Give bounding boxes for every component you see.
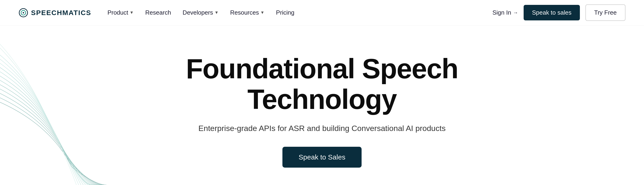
- logo-link[interactable]: SPEECHMATICS: [18, 8, 91, 18]
- nav-link-product[interactable]: Product ▼: [108, 9, 134, 16]
- nav-item-research[interactable]: Research: [145, 9, 171, 16]
- nav-link-developers[interactable]: Developers ▼: [183, 9, 218, 16]
- nav-item-resources[interactable]: Resources ▼: [230, 9, 264, 16]
- nav-link-pricing[interactable]: Pricing: [276, 9, 294, 16]
- arrow-right-icon: →: [513, 10, 518, 16]
- chevron-down-icon: ▼: [214, 10, 218, 15]
- nav-link-resources[interactable]: Resources ▼: [230, 9, 264, 16]
- logo-text: SPEECHMATICS: [31, 9, 91, 17]
- navbar: SPEECHMATICS Product ▼ Research Develope…: [0, 0, 644, 26]
- chevron-down-icon: ▼: [130, 10, 134, 15]
- nav-item-pricing[interactable]: Pricing: [276, 9, 294, 16]
- hero-subtitle: Enterprise-grade APIs for ASR and buildi…: [198, 124, 446, 133]
- nav-link-research[interactable]: Research: [145, 9, 171, 16]
- hero-cta-button[interactable]: Speak to Sales: [282, 147, 362, 168]
- nav-item-developers[interactable]: Developers ▼: [183, 9, 218, 16]
- logo-icon: [18, 8, 28, 18]
- speak-to-sales-button[interactable]: Speak to sales: [524, 5, 580, 20]
- svg-point-2: [23, 12, 24, 14]
- hero-section: Foundational Speech Technology Enterpris…: [0, 26, 644, 168]
- sign-in-link[interactable]: Sign In →: [492, 9, 518, 16]
- nav-links: Product ▼ Research Developers ▼ Resource…: [108, 9, 294, 16]
- navbar-left: SPEECHMATICS Product ▼ Research Develope…: [18, 8, 294, 18]
- try-free-button[interactable]: Try Free: [586, 5, 626, 21]
- navbar-right: Sign In → Speak to sales Try Free: [492, 5, 626, 21]
- chevron-down-icon: ▼: [260, 10, 264, 15]
- nav-item-product[interactable]: Product ▼: [108, 9, 134, 16]
- hero-title: Foundational Speech Technology: [114, 53, 530, 114]
